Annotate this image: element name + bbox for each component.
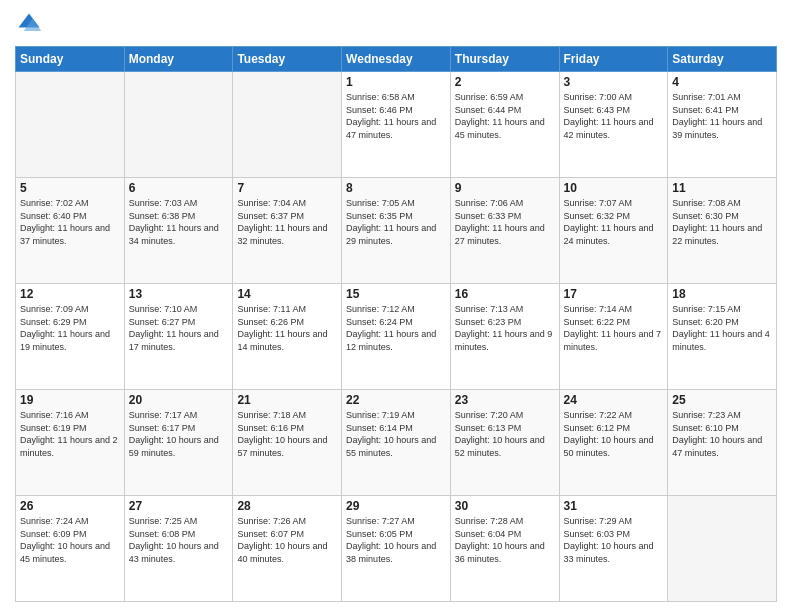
day-number: 3 — [564, 75, 664, 89]
day-number: 11 — [672, 181, 772, 195]
calendar-cell: 31Sunrise: 7:29 AMSunset: 6:03 PMDayligh… — [559, 496, 668, 602]
day-info: Sunrise: 7:06 AMSunset: 6:33 PMDaylight:… — [455, 197, 555, 247]
day-header-monday: Monday — [124, 47, 233, 72]
day-info: Sunrise: 7:28 AMSunset: 6:04 PMDaylight:… — [455, 515, 555, 565]
calendar-cell: 18Sunrise: 7:15 AMSunset: 6:20 PMDayligh… — [668, 284, 777, 390]
calendar-cell: 14Sunrise: 7:11 AMSunset: 6:26 PMDayligh… — [233, 284, 342, 390]
day-number: 21 — [237, 393, 337, 407]
day-info: Sunrise: 7:02 AMSunset: 6:40 PMDaylight:… — [20, 197, 120, 247]
day-header-wednesday: Wednesday — [342, 47, 451, 72]
day-number: 7 — [237, 181, 337, 195]
day-info: Sunrise: 7:13 AMSunset: 6:23 PMDaylight:… — [455, 303, 555, 353]
day-number: 19 — [20, 393, 120, 407]
day-info: Sunrise: 7:27 AMSunset: 6:05 PMDaylight:… — [346, 515, 446, 565]
day-number: 26 — [20, 499, 120, 513]
calendar-cell: 16Sunrise: 7:13 AMSunset: 6:23 PMDayligh… — [450, 284, 559, 390]
day-header-friday: Friday — [559, 47, 668, 72]
calendar-cell: 6Sunrise: 7:03 AMSunset: 6:38 PMDaylight… — [124, 178, 233, 284]
calendar-cell: 22Sunrise: 7:19 AMSunset: 6:14 PMDayligh… — [342, 390, 451, 496]
day-number: 12 — [20, 287, 120, 301]
day-info: Sunrise: 7:03 AMSunset: 6:38 PMDaylight:… — [129, 197, 229, 247]
day-info: Sunrise: 7:20 AMSunset: 6:13 PMDaylight:… — [455, 409, 555, 459]
day-number: 23 — [455, 393, 555, 407]
calendar-cell: 20Sunrise: 7:17 AMSunset: 6:17 PMDayligh… — [124, 390, 233, 496]
day-info: Sunrise: 7:23 AMSunset: 6:10 PMDaylight:… — [672, 409, 772, 459]
day-info: Sunrise: 7:16 AMSunset: 6:19 PMDaylight:… — [20, 409, 120, 459]
calendar-cell: 23Sunrise: 7:20 AMSunset: 6:13 PMDayligh… — [450, 390, 559, 496]
calendar-week-0: 1Sunrise: 6:58 AMSunset: 6:46 PMDaylight… — [16, 72, 777, 178]
header — [15, 10, 777, 38]
day-info: Sunrise: 7:00 AMSunset: 6:43 PMDaylight:… — [564, 91, 664, 141]
day-number: 14 — [237, 287, 337, 301]
calendar-cell: 10Sunrise: 7:07 AMSunset: 6:32 PMDayligh… — [559, 178, 668, 284]
day-number: 30 — [455, 499, 555, 513]
calendar-cell: 26Sunrise: 7:24 AMSunset: 6:09 PMDayligh… — [16, 496, 125, 602]
calendar-cell: 4Sunrise: 7:01 AMSunset: 6:41 PMDaylight… — [668, 72, 777, 178]
day-number: 10 — [564, 181, 664, 195]
day-number: 16 — [455, 287, 555, 301]
day-info: Sunrise: 7:05 AMSunset: 6:35 PMDaylight:… — [346, 197, 446, 247]
day-info: Sunrise: 7:07 AMSunset: 6:32 PMDaylight:… — [564, 197, 664, 247]
day-info: Sunrise: 7:18 AMSunset: 6:16 PMDaylight:… — [237, 409, 337, 459]
calendar-cell: 15Sunrise: 7:12 AMSunset: 6:24 PMDayligh… — [342, 284, 451, 390]
calendar-cell: 29Sunrise: 7:27 AMSunset: 6:05 PMDayligh… — [342, 496, 451, 602]
day-number: 25 — [672, 393, 772, 407]
logo-icon — [15, 10, 43, 38]
day-info: Sunrise: 7:14 AMSunset: 6:22 PMDaylight:… — [564, 303, 664, 353]
day-info: Sunrise: 7:04 AMSunset: 6:37 PMDaylight:… — [237, 197, 337, 247]
day-info: Sunrise: 7:15 AMSunset: 6:20 PMDaylight:… — [672, 303, 772, 353]
calendar-cell: 8Sunrise: 7:05 AMSunset: 6:35 PMDaylight… — [342, 178, 451, 284]
day-info: Sunrise: 7:11 AMSunset: 6:26 PMDaylight:… — [237, 303, 337, 353]
day-info: Sunrise: 7:24 AMSunset: 6:09 PMDaylight:… — [20, 515, 120, 565]
calendar-cell: 12Sunrise: 7:09 AMSunset: 6:29 PMDayligh… — [16, 284, 125, 390]
calendar-week-4: 26Sunrise: 7:24 AMSunset: 6:09 PMDayligh… — [16, 496, 777, 602]
calendar-cell — [668, 496, 777, 602]
day-info: Sunrise: 7:08 AMSunset: 6:30 PMDaylight:… — [672, 197, 772, 247]
calendar-table: SundayMondayTuesdayWednesdayThursdayFrid… — [15, 46, 777, 602]
calendar-cell: 19Sunrise: 7:16 AMSunset: 6:19 PMDayligh… — [16, 390, 125, 496]
day-info: Sunrise: 7:26 AMSunset: 6:07 PMDaylight:… — [237, 515, 337, 565]
calendar-cell — [233, 72, 342, 178]
day-number: 6 — [129, 181, 229, 195]
calendar-cell: 30Sunrise: 7:28 AMSunset: 6:04 PMDayligh… — [450, 496, 559, 602]
day-number: 20 — [129, 393, 229, 407]
day-info: Sunrise: 7:29 AMSunset: 6:03 PMDaylight:… — [564, 515, 664, 565]
day-number: 1 — [346, 75, 446, 89]
day-header-saturday: Saturday — [668, 47, 777, 72]
calendar-cell — [124, 72, 233, 178]
page: SundayMondayTuesdayWednesdayThursdayFrid… — [0, 0, 792, 612]
calendar-cell — [16, 72, 125, 178]
day-number: 5 — [20, 181, 120, 195]
calendar-cell: 3Sunrise: 7:00 AMSunset: 6:43 PMDaylight… — [559, 72, 668, 178]
calendar-cell: 27Sunrise: 7:25 AMSunset: 6:08 PMDayligh… — [124, 496, 233, 602]
day-number: 27 — [129, 499, 229, 513]
calendar-cell: 5Sunrise: 7:02 AMSunset: 6:40 PMDaylight… — [16, 178, 125, 284]
calendar-cell: 21Sunrise: 7:18 AMSunset: 6:16 PMDayligh… — [233, 390, 342, 496]
day-number: 17 — [564, 287, 664, 301]
day-number: 2 — [455, 75, 555, 89]
calendar-cell: 28Sunrise: 7:26 AMSunset: 6:07 PMDayligh… — [233, 496, 342, 602]
calendar-cell: 24Sunrise: 7:22 AMSunset: 6:12 PMDayligh… — [559, 390, 668, 496]
day-number: 9 — [455, 181, 555, 195]
day-info: Sunrise: 6:59 AMSunset: 6:44 PMDaylight:… — [455, 91, 555, 141]
day-number: 13 — [129, 287, 229, 301]
logo — [15, 10, 45, 38]
calendar-week-2: 12Sunrise: 7:09 AMSunset: 6:29 PMDayligh… — [16, 284, 777, 390]
calendar-cell: 17Sunrise: 7:14 AMSunset: 6:22 PMDayligh… — [559, 284, 668, 390]
day-number: 28 — [237, 499, 337, 513]
day-number: 4 — [672, 75, 772, 89]
day-info: Sunrise: 7:25 AMSunset: 6:08 PMDaylight:… — [129, 515, 229, 565]
day-header-sunday: Sunday — [16, 47, 125, 72]
day-info: Sunrise: 7:22 AMSunset: 6:12 PMDaylight:… — [564, 409, 664, 459]
day-info: Sunrise: 7:10 AMSunset: 6:27 PMDaylight:… — [129, 303, 229, 353]
day-header-tuesday: Tuesday — [233, 47, 342, 72]
day-number: 31 — [564, 499, 664, 513]
day-number: 15 — [346, 287, 446, 301]
day-number: 8 — [346, 181, 446, 195]
day-info: Sunrise: 7:12 AMSunset: 6:24 PMDaylight:… — [346, 303, 446, 353]
day-number: 24 — [564, 393, 664, 407]
day-number: 29 — [346, 499, 446, 513]
calendar-cell: 2Sunrise: 6:59 AMSunset: 6:44 PMDaylight… — [450, 72, 559, 178]
calendar-cell: 1Sunrise: 6:58 AMSunset: 6:46 PMDaylight… — [342, 72, 451, 178]
day-header-thursday: Thursday — [450, 47, 559, 72]
